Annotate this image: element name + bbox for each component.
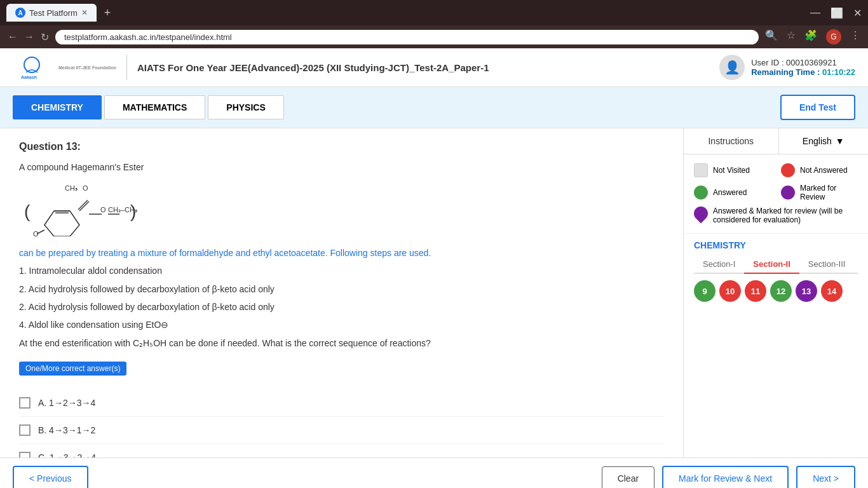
- question-number-10[interactable]: 10: [719, 280, 741, 302]
- question-step-3: 2. Acid hydrolysis followed by decarboxy…: [19, 300, 664, 314]
- option-b-checkbox[interactable]: [19, 424, 31, 436]
- answered-circle: [694, 186, 708, 200]
- svg-text:CH₂–CH₃: CH₂–CH₃: [108, 206, 137, 214]
- address-bar: ← → ↻ testplatform.aakash.ac.in/testpane…: [0, 25, 868, 48]
- svg-text:(: (: [24, 201, 31, 221]
- language-selector[interactable]: English ▼: [779, 128, 869, 154]
- section-tab-2[interactable]: Section-II: [744, 255, 799, 274]
- option-a-checkbox[interactable]: [19, 397, 31, 409]
- question-number-13[interactable]: 13: [796, 280, 817, 302]
- legend-area: Not Visited Not Answered Answered Marked…: [684, 154, 868, 234]
- question-number-14[interactable]: 14: [821, 280, 843, 302]
- new-tab-button[interactable]: +: [104, 6, 111, 20]
- question-numbers: 9 10 11 12 13 14: [694, 280, 858, 302]
- time-value: 01:10:22: [822, 67, 855, 77]
- bookmark-icon[interactable]: ☆: [787, 29, 796, 44]
- previous-button[interactable]: < Previous: [13, 466, 88, 488]
- section-tabs: Section-I Section-II Section-III: [694, 255, 858, 274]
- answered-marked-icon: [691, 203, 710, 223]
- user-info: 👤 User ID : 00010369921 Remaining Time :…: [719, 55, 855, 80]
- section-tab-3[interactable]: Section-III: [799, 255, 855, 274]
- instructions-tab[interactable]: Instructions: [684, 128, 779, 154]
- menu-icon[interactable]: ⋮: [850, 29, 860, 44]
- svg-marker-6: [44, 211, 79, 236]
- section-tab-1[interactable]: Section-I: [694, 255, 744, 274]
- question-number-12[interactable]: 12: [770, 280, 792, 302]
- user-id-value: : 00010369921: [782, 58, 837, 67]
- minimize-button[interactable]: —: [810, 7, 820, 19]
- section-subject-title: CHEMISTRY: [694, 240, 858, 250]
- remaining-time-row: Remaining Time : 01:10:22: [751, 67, 855, 77]
- question-number-9[interactable]: 9: [694, 280, 715, 302]
- option-c-label: C. 1→3→2→4: [38, 452, 96, 458]
- tab-favicon: A: [15, 8, 25, 18]
- exam-title: AIATS For One Year JEE(Advanced)-2025 (X…: [137, 62, 489, 73]
- right-sidebar: Instructions English ▼ Not Visited Not A…: [684, 128, 868, 458]
- marked-label: Marked for Review: [800, 184, 858, 201]
- svg-text:O: O: [100, 206, 106, 214]
- tab-mathematics[interactable]: MATHEMATICS: [104, 95, 205, 119]
- window-controls: — ⬜ ✕: [810, 7, 862, 19]
- question-desc-0: can be prepared by treating a mixture of…: [19, 246, 664, 260]
- answered-marked-label: Answered & Marked for review (will be co…: [713, 207, 858, 224]
- close-button[interactable]: ✕: [853, 7, 862, 19]
- question-number-11[interactable]: 11: [745, 280, 766, 302]
- marked-circle: [781, 186, 795, 200]
- user-avatar[interactable]: G: [826, 29, 841, 44]
- option-a-label: A. 1→2→3→4: [38, 398, 95, 408]
- logo-area: Aakash Medical IIT-JEE Foundation: [13, 55, 127, 80]
- clear-button[interactable]: Clear: [602, 466, 654, 488]
- legend-not-visited: Not Visited: [694, 163, 771, 177]
- legend-marked: Marked for Review: [781, 184, 858, 201]
- back-button[interactable]: ←: [8, 31, 18, 43]
- question-body: A compound Hagemann's Ester ( ) CH₃ O: [19, 160, 664, 350]
- time-label: Remaining Time: [751, 67, 815, 77]
- option-b-label: B. 4→3→1→2: [38, 425, 95, 435]
- not-visited-box: [694, 163, 708, 177]
- svg-text:Aakash: Aakash: [21, 75, 37, 79]
- question-panel: Question 13: A compound Hagemann's Ester…: [0, 128, 684, 458]
- question-step-1: 1. Intramolecular aldol condensation: [19, 264, 664, 278]
- question-step-4: 4. Aldol like condensation using EtO⊖: [19, 318, 664, 332]
- section-area: CHEMISTRY Section-I Section-II Section-I…: [684, 234, 868, 308]
- time-colon: :: [817, 67, 822, 77]
- bottom-navigation: < Previous Clear Mark for Review & Next …: [0, 458, 868, 488]
- language-label: English: [803, 136, 832, 146]
- address-icons: 🔍 ☆ 🧩 G ⋮: [765, 29, 860, 44]
- tab-physics[interactable]: PHYSICS: [208, 95, 283, 119]
- language-dropdown-icon: ▼: [836, 136, 844, 146]
- tab-chemistry[interactable]: CHEMISTRY: [13, 95, 102, 119]
- app-header: Aakash Medical IIT-JEE Foundation AIATS …: [0, 48, 868, 87]
- not-visited-label: Not Visited: [713, 166, 750, 175]
- browser-tab[interactable]: A Test Platform ✕: [6, 4, 97, 22]
- end-test-button[interactable]: End Test: [780, 95, 855, 120]
- user-details: User ID : 00010369921 Remaining Time : 0…: [751, 58, 855, 77]
- svg-line-9: [79, 201, 89, 211]
- legend-answered: Answered: [694, 184, 771, 201]
- question-title: Question 13:: [19, 141, 664, 152]
- tab-title: Test Platform: [29, 8, 78, 18]
- tab-close-button[interactable]: ✕: [81, 8, 88, 17]
- answered-label: Answered: [713, 188, 747, 197]
- mark-review-button[interactable]: Mark for Review & Next: [662, 466, 789, 488]
- logo-image: Aakash: [13, 55, 51, 80]
- not-answered-circle: [781, 163, 795, 177]
- reload-button[interactable]: ↻: [41, 31, 49, 43]
- legend-answered-marked: Answered & Marked for review (will be co…: [694, 207, 858, 224]
- url-bar[interactable]: testplatform.aakash.ac.in/testpanel/inde…: [55, 30, 759, 44]
- answer-type-badge: One/More correct answer(s): [19, 362, 126, 376]
- user-id-label: User ID: [751, 58, 779, 67]
- question-final: At the end esterification with C₂H₅OH ca…: [19, 336, 664, 350]
- restore-button[interactable]: ⬜: [831, 7, 843, 19]
- sidebar-top-tabs: Instructions English ▼: [684, 128, 868, 154]
- next-button[interactable]: Next >: [796, 466, 855, 488]
- forward-button[interactable]: →: [24, 31, 34, 43]
- extensions-icon[interactable]: 🧩: [804, 29, 817, 44]
- svg-text:O: O: [83, 184, 88, 192]
- legend-not-answered: Not Answered: [781, 163, 858, 177]
- search-icon[interactable]: 🔍: [765, 29, 778, 44]
- question-intro: A compound Hagemann's Ester: [19, 160, 664, 174]
- option-c-checkbox[interactable]: [19, 452, 31, 458]
- user-avatar-icon: 👤: [719, 55, 745, 80]
- option-b-row: B. 4→3→1→2: [19, 417, 664, 444]
